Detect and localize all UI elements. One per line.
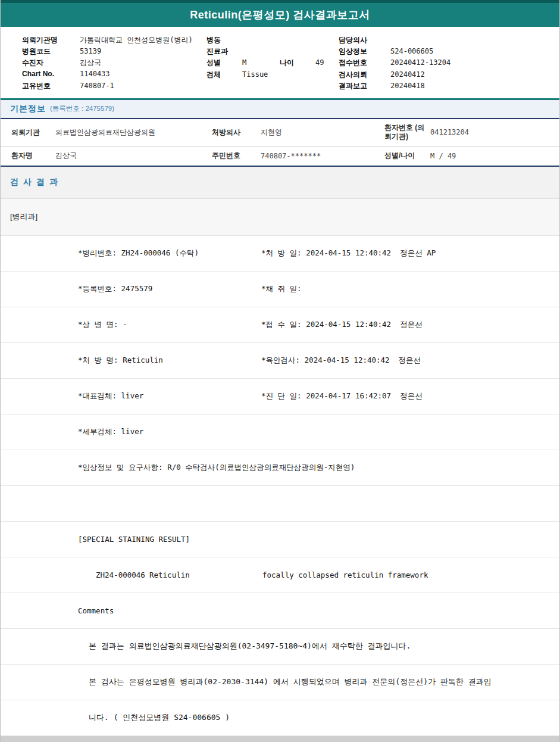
- field-label: 접수번호: [339, 58, 390, 68]
- test-result-title: 검 사 결 과: [10, 177, 59, 188]
- referring-org-label: 의뢰기관: [1, 128, 55, 137]
- field-hospital-code: 병원코드 53139: [22, 46, 207, 58]
- field-label: 검체: [207, 70, 242, 80]
- sex-label: 성별: [207, 58, 242, 68]
- field-sex-age: 성별 M 나이 49: [207, 58, 339, 69]
- footer-strip: [1, 736, 559, 742]
- field-specimen: 검체 Tissue: [207, 70, 339, 81]
- field-examinee: 수진자 김상국: [22, 58, 207, 69]
- collection-date: *채 취 일:: [261, 284, 302, 294]
- field-receipt-no: 접수번호 20240412-13204: [339, 58, 559, 69]
- staining-name: Reticulin: [149, 570, 262, 579]
- staining-result-header: [SPECIAL STAINING RESULT]: [78, 535, 190, 544]
- field-value: 김상국: [80, 58, 101, 68]
- resident-id-value: 740807-*******: [261, 152, 374, 160]
- comment-line: 본 결과는 의료법인삼광의료재단삼광의원(02-3497-5180~4)에서 재…: [89, 641, 411, 651]
- diagnosis-name: *상 병 명: -: [78, 320, 261, 330]
- field-test-request-date: 검사의뢰 20240412: [339, 70, 559, 81]
- field-label: 임상정보: [339, 46, 390, 57]
- lab-report-page: Reticulin(은평성모) 검사결과보고서 의뢰기관명 가톨릭대학교 인천성…: [0, 0, 560, 742]
- field-value: 740807-1: [80, 82, 114, 90]
- field-clinical-info: 임상정보 S24-006605: [339, 46, 559, 58]
- comment-line: 니다. ( 인천성모병원 S24-006605 ): [89, 712, 230, 723]
- registration-number: (등록번호 : 2475579): [50, 104, 114, 113]
- field-value: 20240412-13204: [390, 58, 450, 67]
- field-label: Chart No.: [22, 70, 80, 78]
- result-detail-row: *세부검체: liver: [1, 414, 559, 450]
- registration-number-detail: *등록번호: 2475579: [78, 284, 261, 294]
- patient-name-label: 환자명: [1, 151, 55, 160]
- age-label: 나이: [280, 58, 315, 68]
- sub-specimen: *세부검체: liver: [78, 427, 261, 437]
- prescribing-doctor-value: 지현영: [261, 127, 374, 138]
- staining-result-header-row: [SPECIAL STAINING RESULT]: [1, 522, 559, 557]
- patient-number-label: 환자번호 (의뢰기관): [374, 123, 430, 141]
- table-row: 환자명 김상국 주민번호 740807-******* 성별/나이 M / 49: [1, 146, 559, 166]
- result-detail-row: *등록번호: 2475579 *채 취 일:: [1, 272, 559, 307]
- field-value: S24-006605: [390, 47, 433, 55]
- referring-org-value: 의료법인삼광의료재단삼광의원: [55, 127, 201, 138]
- report-title-bar: Reticulin(은평성모) 검사결과보고서: [1, 3, 559, 27]
- pathology-number: *병리번호: ZH24-000046 (수탁): [78, 248, 261, 258]
- patient-number-value: 041213204: [430, 128, 559, 136]
- field-attending-doctor: 담당의사: [339, 35, 559, 46]
- field-unique-no: 고유번호 740807-1: [22, 81, 207, 92]
- result-detail-row: *상 병 명: - *접 수 일: 2024-04-15 12:40:42 정은…: [1, 307, 559, 343]
- field-department: 진료과: [207, 46, 339, 58]
- field-chart-no: Chart No. 1140433: [22, 70, 207, 81]
- table-row: 의뢰기관 의료법인삼광의료재단삼광의원 처방의사 지현영 환자번호 (의뢰기관)…: [1, 119, 559, 146]
- result-detail-row: *임상정보 및 요구사항: R/0 수탁검사(의료법인삼광의료재단삼광의원-지현…: [1, 450, 559, 486]
- field-label: 고유번호: [22, 81, 80, 91]
- field-label: 담당의사: [339, 35, 390, 45]
- age-value: 49: [315, 58, 324, 67]
- representative-specimen: *대표검체: liver: [78, 391, 261, 401]
- comments-header-row: Comments: [1, 593, 559, 629]
- staining-result-text: focally collapsed reticulin framework: [262, 570, 428, 579]
- patient-header: 의뢰기관명 가톨릭대학교 인천성모병원(병리) 병원코드 53139 수진자 김…: [1, 27, 559, 100]
- result-detail-row: *병리번호: ZH24-000046 (수탁) *처 방 일: 2024-04-…: [1, 236, 559, 272]
- clinical-info-request: *임상정보 및 요구사항: R/0 수탁검사(의료법인삼광의료재단삼광의원-지현…: [78, 463, 355, 473]
- patient-header-middle-column: 병동 진료과 성별 M 나이 49 검체 Tissue: [207, 35, 339, 92]
- field-label: 진료과: [207, 46, 242, 57]
- comment-line: 본 검사는 은평성모병원 병리과(02-2030-3144) 에서 시행되었으며…: [89, 676, 492, 687]
- department-name: [병리과]: [10, 211, 37, 222]
- result-detail-row: *처 방 명: Reticulin *육안검사: 2024-04-15 12:4…: [1, 343, 559, 379]
- staining-case-code: ZH24-000046: [96, 570, 149, 579]
- blank-row: [1, 486, 559, 522]
- field-label: 결과보고: [339, 81, 390, 91]
- sex-age-label: 성별/나이: [374, 151, 430, 160]
- test-result-section-header: 검 사 결 과: [1, 167, 559, 199]
- basic-info-section-header: 기본정보 (등록번호 : 2475579): [1, 100, 559, 119]
- comment-row: 본 결과는 의료법인삼광의료재단삼광의원(02-3497-5180~4)에서 재…: [1, 629, 559, 665]
- field-ward: 병동: [207, 35, 339, 46]
- resident-id-label: 주민번호: [201, 151, 261, 160]
- sex-age-value: M / 49: [430, 152, 559, 160]
- field-result-report-date: 결과보고 20240418: [339, 81, 559, 92]
- field-label: 검사의뢰: [339, 70, 390, 80]
- receipt-date: *접 수 일: 2024-04-15 12:40:42 정은선: [261, 320, 423, 330]
- field-label: 병원코드: [22, 46, 80, 57]
- prescription-name: *처 방 명: Reticulin: [78, 356, 261, 366]
- report-title: Reticulin(은평성모) 검사결과보고서: [190, 8, 370, 22]
- diagnosis-date: *진 단 일: 2024-04-17 16:42:07 정은선: [261, 391, 423, 401]
- field-value: Tissue: [242, 70, 268, 79]
- field-value: 20240412: [390, 70, 425, 79]
- patient-name-value: 김상국: [55, 151, 201, 161]
- field-value: 가톨릭대학교 인천성모병원(병리): [80, 35, 193, 45]
- field-requesting-org: 의뢰기관명 가톨릭대학교 인천성모병원(병리): [22, 35, 207, 46]
- result-detail-row: *대표검체: liver *진 단 일: 2024-04-17 16:42:07…: [1, 379, 559, 414]
- field-label: 의뢰기관명: [22, 35, 80, 45]
- prescribing-doctor-label: 처방의사: [201, 128, 261, 137]
- comments-label: Comments: [78, 606, 114, 615]
- comment-row: 니다. ( 인천성모병원 S24-006605 ): [1, 700, 559, 736]
- comment-row: 본 검사는 은평성모병원 병리과(02-2030-3144) 에서 시행되었으며…: [1, 665, 559, 700]
- basic-info-title: 기본정보: [10, 104, 46, 114]
- sex-value: M: [242, 58, 280, 67]
- field-label: 병동: [207, 35, 242, 45]
- field-value: 1140433: [80, 70, 110, 78]
- basic-info-table: 의뢰기관 의료법인삼광의료재단삼광의원 처방의사 지현영 환자번호 (의뢰기관)…: [1, 119, 559, 167]
- patient-header-right-column: 담당의사 임상정보 S24-006605 접수번호 20240412-13204…: [339, 35, 559, 92]
- department-row: [병리과]: [1, 199, 559, 236]
- field-value: 20240418: [390, 82, 425, 90]
- gross-exam-date: *육안검사: 2024-04-15 12:40:42 정은선: [261, 356, 421, 366]
